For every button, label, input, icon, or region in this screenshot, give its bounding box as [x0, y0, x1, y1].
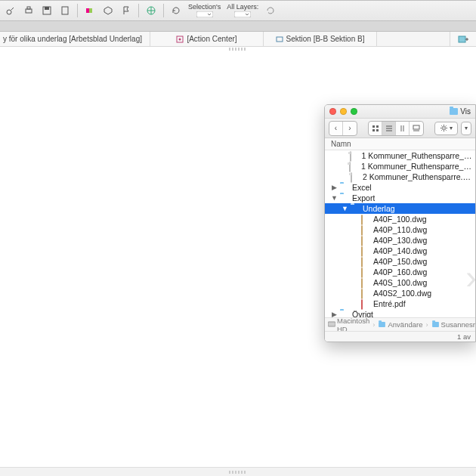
flag-icon[interactable]	[120, 5, 132, 17]
bottom-grip[interactable]	[0, 467, 476, 476]
file-row[interactable]: A40S2_100.dwg	[325, 288, 475, 298]
folder-row[interactable]: ▼Export	[325, 193, 475, 203]
file-name-label: Underlag	[363, 204, 395, 213]
file-name-label: A40P_150.dwg	[373, 257, 427, 266]
extra-menu-button[interactable]: ▾	[461, 122, 471, 135]
svg-rect-15	[372, 125, 375, 128]
svg-point-0	[7, 10, 11, 14]
refresh-icon[interactable]	[170, 5, 182, 17]
window-minimize-button[interactable]	[340, 108, 347, 115]
path-crumb-label: Susannesne	[441, 320, 475, 329]
file-name-label: A40S2_100.dwg	[373, 289, 431, 298]
save-icon[interactable]	[41, 5, 53, 17]
status-text: 1 av	[457, 332, 471, 341]
drawing-canvas[interactable]: Vis ‹ › ▾ ▾ Namn	[0, 51, 476, 467]
doc-tab-action-center[interactable]: [Action Center]	[150, 32, 264, 46]
svg-rect-14	[459, 36, 465, 42]
view-column-button[interactable]	[396, 122, 410, 135]
path-crumb[interactable]: Susannesne	[431, 320, 475, 329]
doc-tab-label: y för olika underlag [Arbetsblad Underla…	[3, 35, 142, 43]
file-row[interactable]: 1 Kommuner_Ruthensparre_startfil.pln.lck	[325, 161, 475, 172]
doc-tab-worksheet[interactable]: y för olika underlag [Arbetsblad Underla…	[0, 32, 150, 46]
doc-tab-spacer	[377, 32, 450, 46]
nav-forward-button[interactable]: ›	[343, 122, 357, 135]
disclosure-triangle-icon[interactable]: ▼	[342, 205, 348, 212]
file-row[interactable]: A40P_140.dwg	[325, 246, 475, 256]
layers-dropdown[interactable]: All Layers:	[227, 4, 258, 17]
window-close-button[interactable]	[329, 108, 336, 115]
view-icon-button[interactable]	[369, 122, 382, 135]
selections-dropdown[interactable]: Selection's	[188, 4, 221, 17]
folder-icon	[340, 311, 349, 318]
file-row[interactable]: A40S_100.dwg	[325, 277, 475, 288]
svg-rect-19	[413, 125, 419, 129]
nav-back-button[interactable]: ‹	[329, 122, 343, 135]
chevron-down-icon: ▾	[465, 125, 468, 131]
folder-icon	[340, 184, 349, 192]
svg-rect-1	[26, 9, 32, 13]
svg-rect-17	[372, 129, 375, 131]
view-list-button[interactable]	[382, 122, 396, 135]
document-icon	[350, 152, 359, 160]
svg-rect-21	[328, 322, 335, 326]
file-name-label: 1 Kommuner_Ruthensparre_startfil.pln.lck	[361, 162, 472, 171]
folder-row[interactable]: ▶Övrigt	[325, 309, 475, 317]
file-row[interactable]: A40P_160.dwg	[325, 267, 475, 277]
file-name-label: A40P_140.dwg	[373, 246, 427, 255]
selections-label: Selection's	[188, 4, 221, 11]
folder-row[interactable]: ▶Excel	[325, 182, 475, 193]
finder-path-bar[interactable]: Macintosh HD›Användare›Susannesne	[325, 317, 475, 331]
file-name-label: Excel	[352, 183, 372, 192]
dwg-file-icon	[361, 226, 370, 234]
svg-rect-2	[27, 7, 30, 9]
file-row[interactable]: A40P_110.dwg	[325, 224, 475, 235]
disclosure-triangle-icon[interactable]: ▶	[331, 311, 337, 317]
column-name-label: Namn	[331, 140, 351, 148]
file-row[interactable]: A40F_100.dwg	[325, 214, 475, 224]
separator	[138, 4, 139, 17]
svg-rect-7	[89, 8, 92, 13]
doc-tab-new[interactable]	[450, 32, 476, 46]
finder-title: Vis	[450, 107, 471, 116]
window-zoom-button[interactable]	[351, 108, 357, 115]
swatch-icon[interactable]	[84, 5, 96, 17]
doc-tab-label: Sektion [B-B Sektion B]	[286, 35, 365, 43]
doc-tab-section[interactable]: Sektion [B-B Sektion B]	[264, 32, 377, 46]
reload-icon[interactable]	[264, 5, 277, 17]
action-menu-button[interactable]: ▾	[434, 122, 458, 135]
disk-icon	[328, 320, 335, 329]
disclosure-triangle-icon[interactable]: ▶	[331, 184, 337, 191]
folder-row[interactable]: ▼Underlag	[325, 203, 475, 214]
finder-title-label: Vis	[460, 107, 471, 116]
finder-column-header[interactable]: Namn	[325, 138, 475, 150]
folder-icon	[450, 108, 458, 115]
view-gallery-button[interactable]	[410, 122, 423, 135]
svg-rect-5	[62, 7, 68, 14]
path-crumb[interactable]: Macintosh HD	[328, 317, 369, 331]
globe-icon[interactable]	[145, 5, 157, 17]
svg-rect-16	[376, 125, 379, 128]
view-segment	[368, 121, 424, 136]
document-tab-strip: y för olika underlag [Arbetsblad Underla…	[0, 32, 476, 47]
finder-titlebar[interactable]: Vis	[325, 105, 475, 119]
dwg-file-icon	[361, 215, 370, 224]
file-row[interactable]: 1 Kommuner_Ruthensparre_startfil.pln	[325, 150, 475, 161]
file-row[interactable]: Entré.pdf	[325, 298, 475, 309]
cube-icon[interactable]	[102, 5, 114, 17]
file-name-label: A40S_100.dwg	[373, 278, 427, 287]
finder-file-list[interactable]: › 1 Kommuner_Ruthensparre_startfil.pln1 …	[325, 150, 475, 317]
disclosure-triangle-icon[interactable]: ▼	[331, 194, 337, 202]
file-row[interactable]: 2 Kommuner_Ruthensparre.pln	[325, 172, 475, 182]
page-icon[interactable]	[59, 5, 71, 17]
file-name-label: A40P_130.dwg	[373, 236, 427, 245]
chevron-down-icon: ▾	[450, 125, 453, 131]
tool-icon-1[interactable]	[5, 5, 17, 17]
path-crumb-label: Användare	[388, 320, 422, 329]
path-crumb[interactable]: Användare	[378, 320, 422, 329]
print-icon[interactable]	[23, 5, 35, 17]
file-row[interactable]: A40P_130.dwg	[325, 235, 475, 246]
svg-point-20	[443, 127, 446, 130]
file-name-label: 1 Kommuner_Ruthensparre_startfil.pln	[362, 151, 473, 160]
file-row[interactable]: A40P_150.dwg	[325, 256, 475, 267]
toolbar-deadband	[0, 21, 476, 32]
